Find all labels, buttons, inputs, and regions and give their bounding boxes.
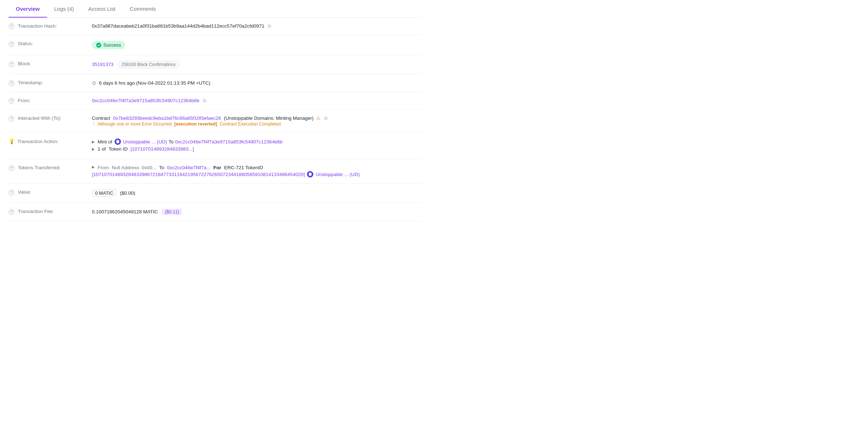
token-id-full-link[interactable]: [107107014893284833986721847733116421956… [92,172,305,177]
value-timestamp: ⊙ 6 days 6 hrs ago (Nov-04-2022 01:13:35… [88,74,422,92]
token-id-label: Token ID [109,146,128,152]
action-to-address-link[interactable]: 0xc2cc046e7f4f7a3e9715a853fc54907c12364b… [175,139,283,145]
label-value: ? Value: [9,184,88,203]
value-block: 35191373 258100 Block Confirmations [88,55,422,74]
value-transaction-hash: 0x37a987daceabeb21a0f31ba681b53b9aa144d2… [88,18,422,35]
tab-access-list[interactable]: Access List [81,0,123,18]
value-value: 0 MATIC ($0.00) [88,184,422,203]
action-arrow-icon: ▶ [92,140,95,144]
ud-name-link[interactable]: Unstoppable ... (UD) [123,139,167,145]
label-transaction-action: 💡 Transaction Action: [9,133,88,159]
label-tokens-transferred: ? Tokens Transferred: [9,159,88,184]
ud-name-link-2[interactable]: Unstoppable ... (UD) [316,172,360,177]
row-status: ? Status: Success [9,35,422,55]
checkmark-circle-icon [96,43,101,48]
from-label: From [98,165,109,170]
label-transaction-hash: ? Transaction Hash: [9,18,88,35]
token-arrow-icon: ▶ [92,165,95,169]
value-interacted-with: Contract 0x7be83293beedc9eba1bd76c66a65f… [88,110,422,133]
help-icon-from[interactable]: ? [9,98,14,104]
help-icon-block[interactable]: ? [9,61,14,67]
row-from: ? From: 0xc2cc046e7f4f7a3e9715a853fc5490… [9,92,422,109]
token-to-address-link[interactable]: 0xc2cc046e7f4f7a... [167,165,211,170]
fee-matic: 0.10071862045049128 MATIC [92,209,158,214]
row-interacted-with: ? Interacted With (To): Contract 0x7be83… [9,110,422,133]
help-icon-value[interactable]: ? [9,190,14,195]
value-tokens-transferred: ▶ From Null Address: 0x00... To 0xc2cc04… [88,159,422,184]
row-value: ? Value: 0 MATIC ($0.00) [9,184,422,203]
for-label: For [213,165,221,170]
row-tokens-transferred: ? Tokens Transferred: ▶ From Null Addres… [9,159,422,184]
tab-overview[interactable]: Overview [9,0,47,18]
tab-logs[interactable]: Logs (4) [47,0,81,18]
label-interacted-with: ? Interacted With (To): [9,110,88,133]
contract-name: (Unstoppable Domains: Minting Manager) [224,115,314,121]
block-number-link[interactable]: 35191373 [92,62,113,67]
transaction-info-table: ? Transaction Hash: 0x37a987daceabeb21a0… [9,18,422,221]
label-status: ? Status: [9,35,88,55]
value-transaction-action: ▶ Mint of Unstoppable ... (UD) To 0xc2cc… [88,133,422,159]
clock-icon: ⊙ [92,80,96,86]
token-type: ERC-721 TokenID [224,165,263,170]
tabs-bar: Overview Logs (4) Access List Comments [9,0,422,18]
row-block: ? Block: 35191373 258100 Block Confirmat… [9,55,422,74]
tx-hash-value: 0x37a987daceabeb21a0f31ba681b53b9aa144d2… [92,23,264,29]
contract-prefix: Contract [92,115,110,121]
copy-contract-button[interactable]: ⧉ [324,115,327,121]
action-arrow-icon-2: ▶ [92,147,95,151]
usd-value: ($0.00) [120,190,135,196]
token-id-line: [107107014893284833986721847733116421956… [92,171,418,177]
label-transaction-fee: ? Transaction Fee: [9,203,88,221]
contract-address-link[interactable]: 0x7be83293beedc9eba1bd76c66a65f10f3efaec… [113,115,221,121]
warning-arrow: └ [92,122,95,127]
exec-reverted-badge: [execution reverted] [174,122,217,127]
help-icon-tx-hash[interactable]: ? [9,23,14,29]
value-transaction-fee: 0.10071862045049128 MATIC ($0.11) [88,203,422,221]
row-transaction-action: 💡 Transaction Action: ▶ Mint of Unstoppa… [9,133,422,159]
from-address-link[interactable]: 0xc2cc046e7f4f7a3e9715a853fc54907c12364b… [92,98,200,103]
label-from: ? From: [9,92,88,109]
ud-logo-icon [115,138,121,145]
value-status: Success [88,35,422,55]
label-block: ? Block: [9,55,88,74]
row-transaction-hash: ? Transaction Hash: 0x37a987daceabeb21a0… [9,18,422,35]
warning-message: └ Although one or more Error Occurred [e… [92,122,281,127]
fee-usd-badge: ($0.11) [162,209,182,215]
value-from: 0xc2cc046e7f4f7a3e9715a853fc54907c12364b… [88,92,422,109]
action-line-1: ▶ Mint of Unstoppable ... (UD) To 0xc2cc… [92,138,418,145]
label-timestamp: ? Timestamp: [9,74,88,92]
copy-from-button[interactable]: ⧉ [203,98,206,104]
matic-value-badge: 0 MATIC [92,189,116,197]
status-badge: Success [92,41,125,49]
ud-logo-icon-2 [307,171,313,177]
to-label: To [159,165,164,170]
token-transfer-line: ▶ From Null Address: 0x00... To 0xc2cc04… [92,165,418,170]
row-transaction-fee: ? Transaction Fee: 0.10071862045049128 M… [9,203,422,221]
help-icon-fee[interactable]: ? [9,209,14,215]
warning-gold-icon: ⚠ [316,115,321,121]
help-icon-tokens[interactable]: ? [9,165,14,171]
help-icon-timestamp[interactable]: ? [9,80,14,86]
tab-comments[interactable]: Comments [123,0,163,18]
token-id-link[interactable]: [107107014893284833983...] [131,146,194,152]
help-icon-interacted[interactable]: ? [9,116,14,122]
lightbulb-icon: 💡 [9,138,15,144]
block-confirmations-badge: 258100 Block Confirmations [118,61,179,68]
copy-tx-hash-button[interactable]: ⧉ [268,23,271,29]
action-line-2: ▶ 1 of Token ID [107107014893284833983..… [92,146,418,152]
help-icon-status[interactable]: ? [9,41,14,47]
row-timestamp: ? Timestamp: ⊙ 6 days 6 hrs ago (Nov-04-… [9,74,422,92]
null-address: Null Address: 0x00... [112,165,157,170]
